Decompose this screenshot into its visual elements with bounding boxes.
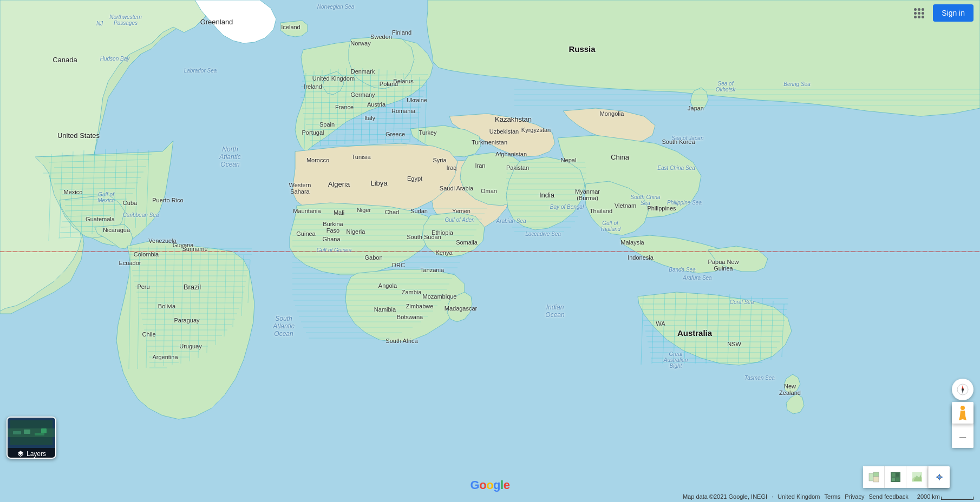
svg-rect-13 <box>869 473 873 481</box>
expand-icon <box>935 473 944 481</box>
sign-in-button[interactable]: Sign in <box>933 4 974 22</box>
attribution-separator: · <box>772 493 773 500</box>
scale-line <box>941 497 974 500</box>
world-map-svg <box>0 0 980 502</box>
terrain-icon <box>911 471 923 483</box>
svg-rect-18 <box>896 473 899 477</box>
terms-link[interactable]: Terms <box>824 493 840 500</box>
google-logo: Google <box>471 478 510 492</box>
zoom-out-button[interactable]: – <box>952 426 974 448</box>
svg-rect-7 <box>41 428 47 433</box>
map-data-text: Map data ©2021 Google, INEGI <box>683 493 767 500</box>
compass-button[interactable] <box>952 379 974 400</box>
scale-bar: 2000 km <box>917 493 974 500</box>
satellite-icon <box>890 471 901 483</box>
svg-rect-5 <box>24 430 30 434</box>
top-bar: Sign in <box>0 0 980 26</box>
expand-layers-button[interactable] <box>928 466 950 488</box>
terrain-view-button[interactable] <box>906 466 928 488</box>
pegman-icon <box>956 405 969 420</box>
svg-rect-19 <box>892 478 895 481</box>
grid-dots-icon <box>914 8 924 18</box>
map-view-button[interactable] <box>863 466 885 488</box>
map-container[interactable]: CanadaUnited StatesMexicoGuatemalaNicara… <box>0 0 980 502</box>
map-icon <box>868 471 880 483</box>
privacy-link[interactable]: Privacy <box>845 493 864 500</box>
satellite-view-button[interactable] <box>885 466 906 488</box>
pegman-button[interactable] <box>952 402 974 424</box>
attribution-bar: Map data ©2021 Google, INEGI · United Ki… <box>0 493 980 500</box>
layers-icon <box>17 450 24 458</box>
svg-rect-20 <box>896 478 899 481</box>
svg-rect-4 <box>13 431 21 434</box>
layers-label-row: Layers <box>8 448 55 459</box>
united-kingdom-link[interactable]: United Kingdom <box>778 493 820 500</box>
svg-point-11 <box>962 388 964 391</box>
google-apps-button[interactable] <box>909 3 929 23</box>
svg-rect-15 <box>873 477 879 482</box>
svg-rect-17 <box>892 473 895 477</box>
layers-button[interactable]: Layers <box>6 417 56 459</box>
send-feedback-link[interactable]: Send feedback <box>868 493 908 500</box>
layers-thumbnail <box>8 418 55 448</box>
compass-icon <box>956 383 969 396</box>
svg-rect-14 <box>873 472 879 477</box>
layers-label: Layers <box>27 450 46 458</box>
scale-label: 2000 km <box>917 493 940 500</box>
svg-point-12 <box>961 406 965 410</box>
